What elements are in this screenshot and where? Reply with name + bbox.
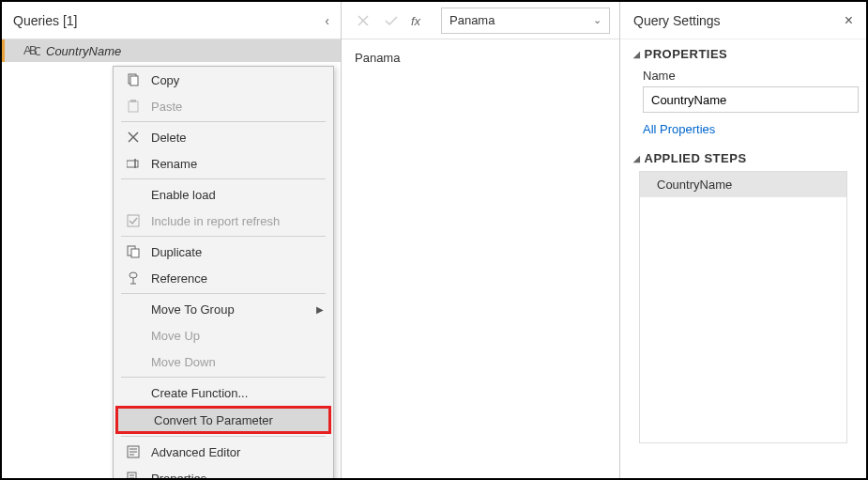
svg-rect-21	[128, 472, 136, 480]
submenu-arrow-icon: ▶	[316, 304, 324, 315]
menu-properties-label: Properties...	[151, 472, 324, 481]
menu-include-refresh-label: Include in report refresh	[151, 214, 324, 228]
editor-icon	[123, 444, 144, 459]
chevron-down-icon[interactable]: ⌄	[593, 14, 602, 26]
menu-move-to-group[interactable]: Move To Group ▶	[114, 296, 333, 322]
svg-rect-5	[129, 101, 138, 112]
blank-icon	[123, 187, 144, 202]
formula-bar: fx Panama ⌄	[342, 2, 619, 39]
collapse-left-icon[interactable]: ‹	[325, 13, 329, 28]
rename-icon	[123, 156, 144, 171]
menu-delete-label: Delete	[151, 131, 324, 145]
blank-icon	[123, 302, 144, 317]
menu-reference-label: Reference	[151, 271, 324, 286]
svg-rect-9	[127, 161, 138, 167]
queries-header-title: Queries [1]	[13, 13, 77, 28]
query-settings-panel: Query Settings × ◢ PROPERTIES Name All P…	[620, 2, 866, 478]
applied-steps-section: ◢ APPLIED STEPS CountryName	[620, 144, 866, 447]
properties-icon	[123, 471, 144, 480]
cancel-formula-icon[interactable]	[351, 8, 375, 33]
blank-icon	[123, 385, 144, 400]
svg-rect-4	[130, 76, 138, 85]
menu-separator	[121, 377, 326, 378]
menu-reference[interactable]: Reference	[114, 265, 333, 291]
applied-steps-header-label: APPLIED STEPS	[645, 151, 747, 165]
properties-header[interactable]: ◢ PROPERTIES	[633, 47, 853, 61]
applied-step-item[interactable]: CountryName	[640, 172, 846, 197]
menu-duplicate[interactable]: Duplicate	[114, 239, 333, 265]
menu-enable-load[interactable]: Enable load	[114, 181, 333, 208]
abc-type-icon: ABC	[23, 43, 40, 58]
close-icon[interactable]: ×	[845, 12, 853, 29]
formula-value: Panama	[449, 13, 495, 27]
menu-advanced-editor[interactable]: Advanced Editor	[114, 439, 333, 465]
delete-icon	[123, 130, 144, 145]
menu-separator	[121, 121, 326, 122]
menu-move-down: Move Down	[114, 348, 333, 375]
menu-separator	[121, 436, 326, 437]
settings-header: Query Settings ×	[620, 2, 866, 39]
fx-icon[interactable]: fx	[407, 8, 432, 33]
menu-properties[interactable]: Properties...	[114, 465, 333, 480]
menu-move-down-label: Move Down	[151, 355, 324, 369]
menu-move-up-label: Move Up	[151, 329, 324, 343]
duplicate-icon	[123, 244, 144, 259]
queries-header: Queries [1] ‹	[2, 2, 341, 39]
menu-separator	[121, 293, 326, 294]
menu-create-function-label: Create Function...	[151, 386, 324, 400]
formula-input[interactable]: Panama ⌄	[441, 8, 610, 34]
svg-rect-13	[131, 249, 139, 257]
menu-paste-label: Paste	[151, 100, 324, 114]
checkbox-checked-icon	[123, 213, 144, 228]
menu-move-to-group-label: Move To Group	[151, 302, 316, 317]
svg-rect-11	[128, 215, 139, 226]
preview-value: Panama	[355, 51, 400, 65]
menu-delete[interactable]: Delete	[114, 124, 333, 150]
context-menu: Copy Paste Delete Rename	[113, 66, 334, 480]
menu-advanced-editor-label: Advanced Editor	[151, 445, 324, 459]
query-item-countryname[interactable]: ABC CountryName	[2, 39, 341, 62]
properties-section: ◢ PROPERTIES Name All Properties	[620, 39, 866, 144]
menu-convert-to-parameter-label: Convert To Parameter	[154, 413, 321, 427]
applied-step-label: CountryName	[657, 178, 732, 192]
menu-copy-label: Copy	[151, 73, 324, 87]
blank-icon	[126, 412, 146, 427]
menu-create-function[interactable]: Create Function...	[114, 379, 333, 406]
svg-point-14	[129, 272, 137, 278]
all-properties-link[interactable]: All Properties	[643, 122, 715, 136]
menu-separator	[121, 178, 326, 179]
caret-down-icon: ◢	[633, 154, 641, 163]
name-input[interactable]	[643, 86, 859, 113]
applied-steps-list: CountryName	[639, 171, 847, 443]
copy-icon	[123, 72, 144, 87]
svg-text:C: C	[34, 44, 40, 57]
svg-text:fx: fx	[411, 14, 421, 28]
menu-copy[interactable]: Copy	[114, 67, 333, 93]
menu-separator	[121, 236, 326, 237]
caret-down-icon: ◢	[633, 50, 641, 59]
highlight-convert-to-parameter: Convert To Parameter	[115, 406, 331, 434]
properties-header-label: PROPERTIES	[645, 47, 728, 61]
menu-rename[interactable]: Rename	[114, 150, 333, 177]
confirm-formula-icon[interactable]	[379, 8, 404, 33]
menu-convert-to-parameter[interactable]: Convert To Parameter	[118, 409, 328, 431]
reference-icon	[123, 271, 144, 286]
blank-icon	[123, 354, 144, 369]
preview-panel: fx Panama ⌄ Panama	[342, 2, 620, 478]
menu-rename-label: Rename	[151, 157, 324, 171]
paste-icon	[123, 99, 144, 114]
menu-include-refresh: Include in report refresh	[114, 208, 333, 234]
queries-panel: Queries [1] ‹ ABC CountryName Copy Paste	[2, 2, 342, 478]
applied-steps-header[interactable]: ◢ APPLIED STEPS	[633, 151, 853, 165]
menu-paste: Paste	[114, 93, 333, 119]
preview-area: Panama	[342, 39, 619, 76]
menu-duplicate-label: Duplicate	[151, 245, 324, 259]
query-item-label: CountryName	[46, 44, 121, 58]
blank-icon	[123, 328, 144, 343]
menu-enable-load-label: Enable load	[151, 188, 324, 202]
menu-move-up: Move Up	[114, 322, 333, 348]
name-label: Name	[643, 69, 853, 83]
svg-rect-6	[130, 100, 136, 102]
settings-title: Query Settings	[633, 13, 721, 28]
